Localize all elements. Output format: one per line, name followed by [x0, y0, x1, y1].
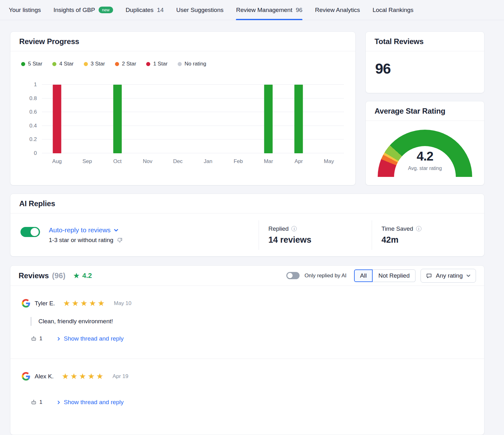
chart-x-axis: AugSepOctNovDecJanFebMarAprMay	[42, 158, 344, 165]
legend-dot-1-star	[146, 62, 150, 66]
legend-label: 1 Star	[153, 61, 167, 67]
nav-tab-local-rankings[interactable]: Local Rankings	[373, 0, 414, 20]
only-ai-toggle[interactable]	[286, 272, 300, 279]
legend-dot-3-star	[84, 62, 88, 66]
star-icon: ★	[73, 272, 80, 280]
legend-dot-4-star	[52, 62, 56, 66]
legend-item-4-star[interactable]: 4 Star	[52, 61, 73, 67]
legend-dot-5-star	[21, 62, 25, 66]
ai-reply-count: 1	[31, 399, 42, 405]
legend-label: 3 Star	[91, 61, 105, 67]
nav-tab-review-analytics[interactable]: Review Analytics	[315, 0, 360, 20]
total-reviews-value: 96	[375, 60, 484, 77]
show-thread-link[interactable]: Show thread and reply	[57, 399, 123, 406]
auto-reply-scope: 1-3 star or without rating	[49, 237, 123, 244]
auto-reply-label: Auto-reply to reviews	[49, 226, 111, 234]
info-icon[interactable]: i	[416, 226, 421, 231]
reviews-list: Tyler E.★★★★★May 10Clean, friendly envir…	[10, 286, 484, 422]
ai-replies-header: AI Replies	[10, 194, 484, 213]
y-tick-label: 0.2	[29, 136, 37, 143]
review-progress-chart: 00.20.40.60.81	[42, 85, 344, 153]
nav-tab-label: Review Management	[236, 7, 292, 14]
legend-item-5-star[interactable]: 5 Star	[21, 61, 42, 67]
bar-mar-5-star[interactable]	[264, 85, 273, 153]
chat-bubble-icon	[426, 273, 432, 279]
rating-filter-button[interactable]: Any rating	[421, 269, 476, 283]
top-navigation: Your listingsInsights of GBPnewDuplicate…	[0, 0, 504, 20]
reviews-average: 4.2	[82, 272, 92, 280]
y-tick-label: 0	[34, 150, 37, 156]
review-header: Alex K.★★★★★Apr 19	[22, 372, 475, 381]
bar-apr-5-star[interactable]	[295, 85, 303, 153]
nav-tab-duplicates[interactable]: Duplicates14	[126, 0, 164, 20]
thumbs-down-icon[interactable]	[117, 237, 123, 243]
total-reviews-card: Total Reviews 96	[365, 31, 484, 93]
review-date: Apr 19	[112, 373, 128, 380]
nav-tab-label: User Suggestions	[176, 7, 223, 14]
total-reviews-header: Total Reviews	[366, 32, 484, 51]
legend-item-no-rating[interactable]: No rating	[178, 61, 206, 67]
legend-item-3-star[interactable]: 3 Star	[84, 61, 105, 67]
review-progress-header: Review Progress	[10, 32, 355, 51]
filter-not-replied-button[interactable]: Not Replied	[373, 269, 415, 282]
time-saved-stat: Time Saved i 42m	[372, 225, 484, 245]
toggle-knob	[31, 228, 39, 236]
gauge-caption: Avg. star rating	[378, 166, 472, 171]
legend-item-1-star[interactable]: 1 Star	[146, 61, 167, 67]
x-tick-label: May	[314, 158, 344, 165]
total-reviews-title: Total Reviews	[375, 37, 424, 46]
bar-oct-5-star[interactable]	[113, 85, 122, 153]
toggle-knob	[287, 273, 293, 278]
review-text: Clean, friendly environment!	[31, 317, 475, 326]
nav-tab-count: 14	[157, 7, 163, 14]
nav-tab-your-listings[interactable]: Your listings	[9, 0, 41, 20]
legend-item-2-star[interactable]: 2 Star	[115, 61, 136, 67]
x-tick-label: Feb	[223, 158, 253, 165]
ai-robot-icon	[31, 336, 37, 342]
reviews-count: (96)	[52, 271, 66, 280]
replied-value: 14 reviews	[268, 235, 372, 245]
chevron-right-icon	[57, 337, 61, 341]
ai-reply-count: 1	[31, 336, 42, 342]
reply-filter-segmented: All Not Replied	[354, 269, 415, 282]
show-thread-link[interactable]: Show thread and reply	[57, 335, 123, 342]
time-saved-label: Time Saved	[381, 225, 413, 232]
nav-tab-label: Your listings	[9, 7, 41, 14]
only-ai-label: Only replied by AI	[305, 273, 346, 279]
review-header: Tyler E.★★★★★May 10	[22, 299, 475, 308]
x-tick-label: Dec	[163, 158, 193, 165]
ai-reply-count-value: 1	[39, 399, 42, 405]
auto-reply-section: Auto-reply to reviews 1-3 star or withou…	[10, 226, 259, 244]
nav-tab-label: Insights of GBP	[54, 7, 95, 14]
reviews-card: Reviews (96) ★ 4.2 Only replied by AI Al…	[10, 265, 484, 435]
show-thread-label: Show thread and reply	[64, 335, 123, 342]
nav-tabs: Your listingsInsights of GBPnewDuplicate…	[9, 0, 414, 20]
auto-reply-scope-label: 1-3 star or without rating	[49, 237, 113, 244]
gauge-value: 4.2	[378, 149, 472, 163]
nav-tab-insights-of-gbp[interactable]: Insights of GBPnew	[54, 0, 113, 20]
review-progress-card: Review Progress 5 Star4 Star3 Star2 Star…	[10, 31, 356, 185]
bar-aug-1-star[interactable]	[53, 85, 61, 153]
auto-reply-link[interactable]: Auto-reply to reviews	[49, 226, 123, 234]
chevron-down-icon	[466, 274, 471, 278]
review-author: Tyler E.	[35, 300, 55, 307]
nav-tab-review-management[interactable]: Review Management96	[236, 0, 302, 20]
filter-all-button[interactable]: All	[354, 269, 373, 282]
time-saved-value: 42m	[381, 235, 484, 245]
info-icon[interactable]: i	[291, 226, 297, 231]
rating-filter-label: Any rating	[436, 272, 463, 279]
ai-replies-card: AI Replies Auto-reply to reviews 1-3 sta…	[10, 194, 484, 257]
x-tick-label: Sep	[72, 158, 102, 165]
show-thread-label: Show thread and reply	[64, 399, 123, 406]
y-tick-label: 0.4	[29, 123, 37, 129]
review-item: Tyler E.★★★★★May 10Clean, friendly envir…	[10, 286, 484, 359]
nav-tab-count: 96	[296, 7, 302, 14]
x-tick-label: Jan	[193, 158, 223, 165]
average-rating-title: Average Star Rating	[375, 107, 445, 116]
google-logo-icon	[22, 299, 30, 308]
auto-reply-toggle[interactable]	[20, 227, 40, 237]
nav-tab-user-suggestions[interactable]: User Suggestions	[176, 0, 223, 20]
x-tick-label: Oct	[102, 158, 133, 165]
review-item: Alex K.★★★★★Apr 191Show thread and reply	[10, 359, 484, 422]
nav-tab-label: Local Rankings	[373, 7, 414, 14]
